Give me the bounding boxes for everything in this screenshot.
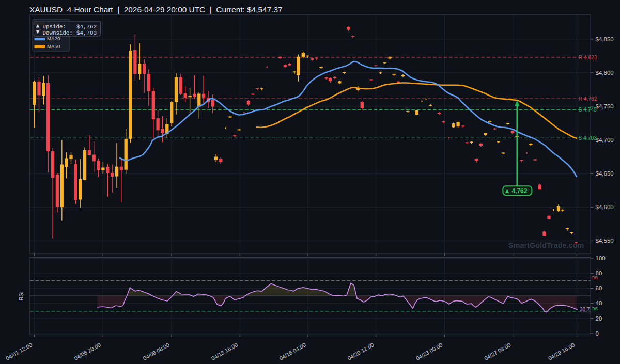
svg-text:20: 20: [596, 315, 602, 322]
svg-text:XAUUSD 4-Hour Chart | 2026-: XAUUSD 4-Hour Chart | 2026-04-29 20:00 U…: [29, 5, 283, 14]
svg-text:30.7: 30.7: [580, 307, 590, 312]
svg-text:$4,650: $4,650: [596, 170, 614, 177]
svg-text:Upside:: Upside:: [43, 24, 66, 30]
svg-text:OB: OB: [592, 275, 598, 280]
svg-text:0: 0: [596, 330, 599, 337]
svg-text:100: 100: [596, 255, 606, 261]
svg-text:4,762: 4,762: [512, 187, 527, 195]
svg-text:$4,703: $4,703: [76, 30, 97, 36]
svg-text:R 4,823: R 4,823: [579, 55, 597, 60]
svg-text:60: 60: [596, 285, 602, 291]
svg-text:OS: OS: [592, 306, 598, 311]
svg-text:$4,700: $4,700: [596, 137, 614, 143]
svg-text:S 4,745: S 4,745: [579, 107, 597, 113]
svg-text:$4,600: $4,600: [596, 204, 614, 210]
svg-text:R 4,762: R 4,762: [579, 96, 597, 102]
svg-text:$4,550: $4,550: [596, 238, 614, 244]
svg-text:$4,762: $4,762: [76, 24, 97, 30]
svg-text:$4,750: $4,750: [596, 103, 614, 109]
svg-text:Downside:: Downside:: [43, 30, 73, 36]
svg-text:SmartGoldTrade.com: SmartGoldTrade.com: [508, 241, 584, 249]
svg-text:RSI: RSI: [18, 291, 24, 300]
svg-text:$4,850: $4,850: [596, 36, 614, 42]
svg-text:S 4,703: S 4,703: [579, 135, 597, 141]
svg-text:$4,800: $4,800: [596, 70, 614, 76]
svg-text:MA20: MA20: [47, 36, 60, 41]
svg-text:MA50: MA50: [47, 43, 60, 49]
